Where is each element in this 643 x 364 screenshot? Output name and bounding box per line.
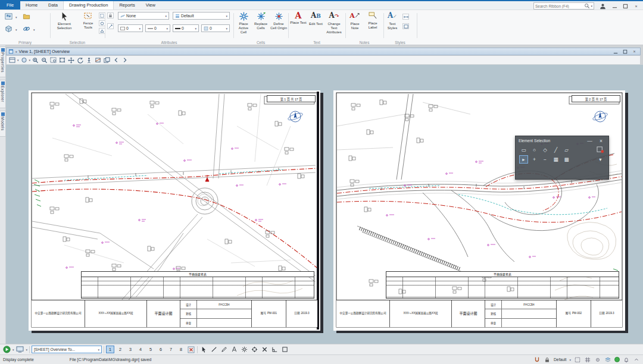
select-block-icon[interactable]: ○ (530, 146, 539, 154)
ribbon-search[interactable]: ▾ (533, 2, 594, 10)
notifications-icon[interactable] (623, 356, 630, 363)
search-caret-icon[interactable]: ▾ (591, 4, 592, 8)
select-polygon-icon[interactable]: ▱ (562, 146, 571, 154)
dialog-close-icon[interactable]: × (597, 137, 605, 145)
tab-drawing-production[interactable]: Drawing Production (63, 1, 114, 10)
grid-status-icon[interactable] (584, 356, 591, 363)
drawing-canvas[interactable]: 第 1 页 共 17 页 平曲线要素表 中交第一公路勘察设计研究院有限公司 XX… (6, 65, 643, 344)
panel-tab-properties[interactable]: Properties (0, 46, 6, 77)
fence-tools-button[interactable]: Fence Tools (79, 11, 98, 30)
place-note-button[interactable]: A Place Note (347, 11, 363, 30)
perpendicular-snap-icon[interactable] (270, 346, 279, 353)
place-line-icon[interactable] (210, 346, 218, 353)
delete-element-icon[interactable] (260, 346, 269, 353)
measure-icon[interactable] (230, 346, 238, 353)
place-text-button[interactable]: A Place Text (290, 11, 307, 25)
select-add-icon[interactable]: + (530, 155, 539, 164)
panel-tab-explorer[interactable]: Explorer (0, 80, 6, 108)
dialog-minimize-icon[interactable]: — (585, 137, 594, 145)
target-status-icon[interactable] (594, 356, 601, 363)
properties-caret-icon[interactable]: ▾ (15, 15, 17, 19)
tab-home[interactable]: Home (20, 1, 43, 10)
expand-statusbar-icon[interactable] (633, 356, 640, 363)
view-display-style-icon[interactable] (20, 57, 28, 64)
view-toggle-8[interactable]: 8 (177, 346, 185, 353)
view-window-titlebar[interactable]: ▾ View 1, [SHEET] Overview × (6, 48, 641, 55)
copy-view-icon[interactable] (103, 57, 111, 64)
references-icon[interactable] (23, 25, 30, 32)
tab-reports[interactable]: Reports (114, 1, 140, 10)
layers-status-icon[interactable] (604, 356, 611, 363)
select-none-icon[interactable]: ▩ (562, 155, 571, 164)
snap-mode-icon[interactable] (533, 356, 541, 363)
explorer-icon[interactable] (23, 12, 30, 20)
place-active-cell-button[interactable]: Place Active Cell (235, 11, 252, 34)
view-attributes-caret-icon[interactable]: ▾ (17, 58, 19, 62)
user-account-icon[interactable] (599, 2, 607, 10)
combo-caret-icon[interactable]: ▾ (139, 27, 141, 30)
select-line-icon[interactable]: ╱ (551, 146, 560, 154)
active-transparency-combo[interactable]: 0▾ (201, 24, 230, 32)
pan-view-icon[interactable] (67, 57, 75, 64)
active-color-combo[interactable]: 0▾ (118, 24, 143, 32)
tab-file[interactable]: File (0, 1, 20, 10)
element-selection-button[interactable]: Element Selection (51, 11, 77, 30)
active-level-combo[interactable]: Default▾ (173, 12, 230, 20)
next-view-icon[interactable] (121, 57, 129, 64)
view-display-caret-icon[interactable]: ▾ (26, 348, 28, 352)
models-caret-icon[interactable]: ▾ (15, 28, 17, 32)
accusnap-caret-icon[interactable]: ▾ (13, 348, 14, 352)
close-window-icon[interactable]: × (632, 2, 640, 10)
attribute-match-icon[interactable] (107, 23, 114, 29)
rotate-view-icon[interactable] (76, 57, 84, 64)
tab-data[interactable]: Data (43, 1, 63, 10)
accusnap-toggle-icon[interactable] (2, 346, 11, 353)
view-attributes-icon[interactable] (8, 57, 16, 64)
view-display-style-caret-icon[interactable]: ▾ (29, 58, 31, 62)
view-group-selector[interactable]: [SHEET] Overview To... ▾ (32, 346, 102, 353)
accudraw-target-icon[interactable] (250, 346, 258, 353)
view-toggle-6[interactable]: 6 (157, 346, 165, 353)
fence-status-icon[interactable] (574, 356, 581, 363)
active-linestyle-combo[interactable]: 0▾ (145, 24, 170, 32)
previous-view-icon[interactable] (112, 57, 120, 64)
attribute-lock-icon[interactable] (107, 12, 114, 18)
select-tool-icon[interactable] (199, 346, 208, 353)
combo-caret-icon[interactable]: ▾ (226, 27, 227, 30)
region-tool-icon[interactable] (280, 346, 289, 353)
selection-mode-caret-icon[interactable]: ▾ (569, 358, 571, 362)
minimize-window-icon[interactable] (611, 2, 619, 10)
element-selection-dialog[interactable]: Element Selection — × ▭ ○ ◇ ╱ ▱ ▸ + − ▦ … (515, 136, 609, 180)
pencil-icon[interactable] (220, 346, 228, 353)
select-element-type-icon[interactable] (596, 146, 605, 154)
maximize-window-icon[interactable] (622, 2, 629, 10)
view-toggle-1[interactable]: 1 (106, 346, 114, 353)
select-subtract-icon[interactable]: − (541, 155, 550, 164)
sheet-1[interactable]: 第 1 页 共 17 页 平曲线要素表 中交第一公路勘察设计研究院有限公司 XX… (29, 90, 320, 331)
tab-view[interactable]: View (141, 1, 161, 10)
combo-caret-icon[interactable]: ▾ (165, 14, 167, 18)
view-toggle-3[interactable]: 3 (126, 346, 135, 353)
dialog-titlebar[interactable]: Element Selection — × (516, 136, 608, 145)
selection-mode-label[interactable]: Default (554, 357, 567, 362)
view-minimize-icon[interactable] (611, 48, 619, 55)
edit-text-button[interactable]: AB Edit Text (308, 11, 324, 26)
view-close-icon[interactable]: × (630, 48, 638, 55)
combo-caret-icon[interactable]: ▾ (195, 27, 196, 30)
dialog-expand-caret-icon[interactable]: ▾ (596, 155, 605, 164)
clip-volume-icon[interactable] (94, 57, 102, 64)
combo-caret-icon[interactable]: ▾ (226, 14, 227, 18)
select-all-icon[interactable]: ▦ (551, 155, 560, 164)
dimension-styles-icon[interactable] (402, 14, 409, 20)
replace-cells-button[interactable]: Replace Cells (252, 11, 269, 30)
view-toggle-5[interactable]: 5 (146, 346, 155, 353)
view-display-mode-icon[interactable] (16, 346, 24, 353)
text-styles-button[interactable]: A✓ Text Styles (385, 11, 400, 30)
sheet-2[interactable]: 第 2 页 共 17 页 平曲线要素表 中交第一公路勘察设计研究院有限公司 XX… (333, 90, 625, 331)
define-cell-origin-button[interactable]: Define Cell Origin (270, 11, 287, 30)
select-new-icon[interactable]: ▸ (519, 155, 528, 164)
active-element-style-combo[interactable]: None▾ (118, 12, 169, 20)
properties-icon[interactable] (5, 12, 13, 20)
view-toggle-4[interactable]: 4 (136, 346, 145, 353)
select-shape-icon[interactable]: ◇ (541, 146, 550, 154)
